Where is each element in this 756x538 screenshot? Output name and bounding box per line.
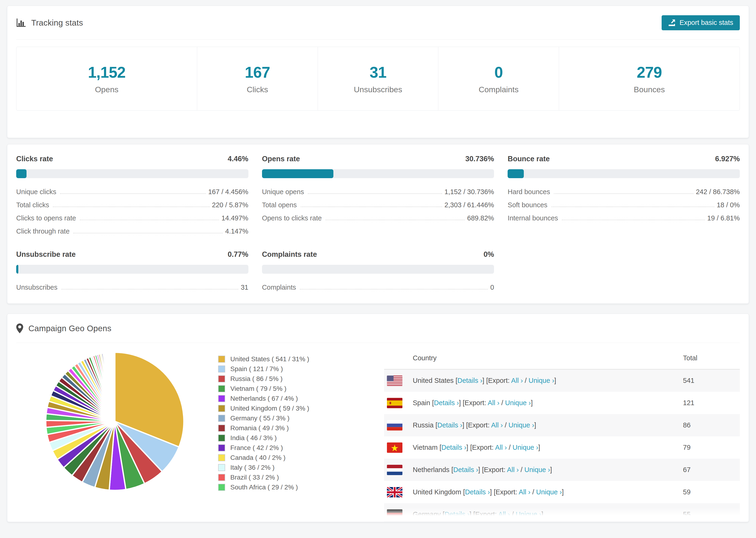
export-unique-link[interactable]: Unique ›: [524, 466, 550, 473]
country-total: 55: [683, 511, 737, 518]
metric-value: 0: [490, 284, 494, 291]
metric-row: Unsubscribes 31: [16, 284, 248, 291]
details-link[interactable]: Details ›: [437, 421, 462, 429]
rate-metric-rows: Unique opens 1,152 / 30.736% Total opens…: [262, 188, 494, 222]
country-name: Netherlands: [413, 466, 449, 473]
details-link[interactable]: Details ›: [441, 444, 466, 451]
dotted-leader: [551, 207, 715, 207]
country-flag: [387, 420, 403, 430]
legend-swatch: [218, 454, 225, 461]
stat-value: 0: [495, 63, 503, 81]
rate-header: Clicks rate 4.46%: [16, 155, 248, 163]
export-unique-link[interactable]: Unique ›: [509, 421, 534, 429]
legend-label: Netherlands ( 67 / 4% ): [230, 395, 298, 402]
legend-item: United States ( 541 / 31% ): [218, 354, 309, 364]
country-name: Russia: [413, 421, 434, 429]
legend-item: South Africa ( 29 / 2% ): [218, 482, 309, 492]
export-unique-link[interactable]: Unique ›: [505, 399, 531, 406]
country-cell: United States [Details ›] [Export: All ›…: [413, 377, 683, 385]
bracket-mid: ] [Export:: [482, 377, 512, 384]
stat-card: 167 Clicks: [197, 47, 318, 110]
rate-block: Clicks rate 4.46% Unique clicks 167 / 4.…: [16, 155, 248, 235]
export-icon: [668, 19, 676, 27]
legend-swatch: [218, 365, 225, 372]
legend-swatch: [218, 355, 225, 363]
country-flag: [387, 398, 403, 408]
export-unique-link[interactable]: Unique ›: [528, 377, 554, 384]
country-total: 79: [683, 444, 737, 452]
table-header-row: Country Total: [384, 347, 740, 369]
bracket-close: ]: [554, 377, 556, 384]
bracket-mid: ] [Export:: [466, 444, 495, 451]
stat-label: Clicks: [247, 85, 268, 94]
stat-value: 31: [369, 63, 386, 81]
legend-swatch: [218, 405, 225, 412]
metric-row: Total clicks 220 / 5.87%: [16, 201, 248, 209]
export-all-link[interactable]: All ›: [488, 399, 499, 406]
legend-label: Brazil ( 33 / 2% ): [230, 474, 279, 481]
table-row: Russia [Details ›] [Export: All › / Uniq…: [384, 414, 740, 436]
details-link[interactable]: Details ›: [453, 466, 478, 473]
bracket-close: ]: [531, 399, 533, 406]
pie-legend: United States ( 541 / 31% ) Spain ( 121 …: [218, 354, 309, 492]
metric-label: Unsubscribes: [16, 284, 58, 291]
geo-section-title: Campaign Geo Opens: [28, 324, 112, 333]
legend-label: India ( 46 / 3% ): [230, 434, 277, 442]
dotted-leader: [562, 220, 705, 220]
legend-swatch: [218, 425, 225, 432]
tracking-stats-panel: Tracking stats Export basic stats 1,152 …: [7, 6, 749, 138]
export-unique-link[interactable]: Unique ›: [536, 488, 562, 496]
legend-swatch: [218, 444, 225, 452]
details-link[interactable]: Details ›: [434, 399, 459, 406]
export-all-link[interactable]: All ›: [511, 377, 523, 384]
legend-label: United States ( 541 / 31% ): [230, 355, 309, 363]
metric-row: Soft bounces 18 / 0%: [508, 201, 740, 209]
rate-block: Complaints rate 0% Complaints 0: [262, 250, 494, 291]
rate-title: Opens rate: [262, 155, 300, 163]
stat-label: Bounces: [634, 85, 665, 94]
rate-header: Unsubscribe rate 0.77%: [16, 250, 248, 259]
dotted-leader: [53, 207, 210, 207]
details-link[interactable]: Details ›: [458, 377, 482, 384]
metric-label: Hard bounces: [508, 188, 550, 196]
export-all-link[interactable]: All ›: [507, 466, 519, 473]
export-unique-link[interactable]: Unique ›: [513, 444, 538, 451]
campaign-geo-opens-panel: Campaign Geo Opens United States ( 541 /…: [7, 314, 749, 522]
country-cell: Netherlands [Details ›] [Export: All › /…: [413, 466, 683, 474]
table-row: United Kingdom [Details ›] [Export: All …: [384, 481, 740, 503]
legend-swatch: [218, 464, 225, 471]
rate-progress-fill: [508, 169, 523, 178]
rate-metric-rows: Unsubscribes 31: [16, 284, 248, 291]
bracket-close: ]: [550, 466, 552, 473]
export-all-link[interactable]: All ›: [519, 488, 530, 496]
country-name: Vietnam: [413, 444, 438, 451]
legend-item: Romania ( 49 / 3% ): [218, 423, 309, 433]
dotted-leader: [325, 220, 465, 220]
country-cell: Russia [Details ›] [Export: All › / Uniq…: [413, 421, 683, 429]
geo-opens-pie-chart: [44, 351, 185, 492]
rate-progress-bar: [16, 169, 248, 178]
export-all-link[interactable]: All ›: [495, 444, 507, 451]
legend-item: Russia ( 86 / 5% ): [218, 374, 309, 384]
bracket-mid: ] [Export:: [462, 421, 491, 429]
bracket-close: ]: [538, 444, 540, 451]
rate-title: Complaints rate: [262, 250, 317, 259]
map-pin-icon: [16, 323, 23, 333]
legend-item: United Kingdom ( 59 / 3% ): [218, 404, 309, 413]
details-link[interactable]: Details ›: [445, 511, 469, 518]
export-unique-link[interactable]: Unique ›: [515, 511, 541, 518]
legend-item: India ( 46 / 3% ): [218, 433, 309, 443]
bracket-close: ]: [541, 511, 543, 518]
export-all-link[interactable]: All ›: [491, 421, 503, 429]
rates-panel: Clicks rate 4.46% Unique clicks 167 / 4.…: [7, 144, 749, 304]
export-basic-stats-button[interactable]: Export basic stats: [662, 15, 740, 30]
export-all-link[interactable]: All ›: [498, 511, 510, 518]
bar-chart-icon: [16, 18, 26, 28]
metric-value: 18 / 0%: [717, 201, 740, 209]
rate-block: Unsubscribe rate 0.77% Unsubscribes 31: [16, 250, 248, 291]
details-link[interactable]: Details ›: [465, 488, 490, 496]
slash-separator: /: [510, 511, 515, 518]
metric-value: 167 / 4.456%: [208, 188, 248, 196]
country-flag: [387, 487, 403, 497]
dotted-leader: [61, 289, 239, 290]
